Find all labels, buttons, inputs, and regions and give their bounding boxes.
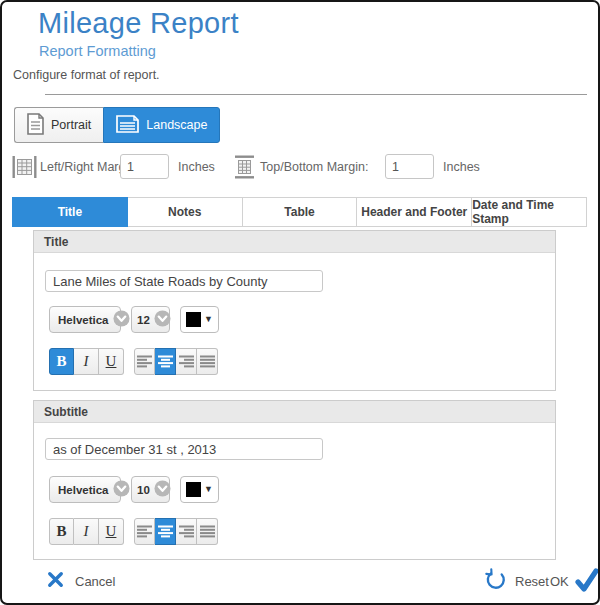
margins-row: Left/Right Margin: Inches Top/Bottom Mar… xyxy=(2,152,598,182)
title-panel-heading: Title xyxy=(34,231,555,253)
subtitle-text-input[interactable] xyxy=(45,438,323,460)
tab-title[interactable]: Title xyxy=(12,197,128,227)
subtitle-font-family-dropdown[interactable]: Helvetica xyxy=(49,476,121,503)
chevron-down-icon xyxy=(154,310,171,329)
subtitle-format-row: B I U xyxy=(49,518,218,545)
align-right-button[interactable] xyxy=(176,518,197,545)
chevron-down-icon xyxy=(113,480,130,499)
title-panel: Title Helvetica 12 ▼ B I U xyxy=(33,230,556,391)
subtitle-bold-button[interactable]: B xyxy=(49,518,74,545)
color-swatch xyxy=(186,482,201,497)
description-text: Configure format of report. xyxy=(13,68,160,82)
portrait-label: Portrait xyxy=(51,118,91,132)
tab-table[interactable]: Table xyxy=(243,197,358,227)
title-font-family-dropdown[interactable]: Helvetica xyxy=(49,306,121,333)
subtitle-underline-button[interactable]: U xyxy=(99,518,124,545)
chevron-down-icon xyxy=(113,310,130,329)
landscape-icon xyxy=(116,115,139,136)
divider xyxy=(45,94,587,95)
close-icon xyxy=(47,571,64,591)
mileage-report-dialog: Mileage Report Report Formatting Configu… xyxy=(0,0,600,605)
tab-header-and-footer[interactable]: Header and Footer xyxy=(357,197,472,227)
title-underline-button[interactable]: U xyxy=(99,348,124,375)
left-right-margin-unit: Inches xyxy=(178,160,215,174)
footer-bar: Cancel Reset OK xyxy=(2,565,598,603)
align-right-button[interactable] xyxy=(176,348,197,375)
title-font-size-dropdown[interactable]: 12 xyxy=(131,306,170,333)
title-bold-button[interactable]: B xyxy=(49,348,74,375)
subtitle-italic-button[interactable]: I xyxy=(74,518,99,545)
top-bottom-margin-icon xyxy=(234,155,255,182)
reset-button[interactable]: Reset xyxy=(484,568,549,595)
top-bottom-margin-unit: Inches xyxy=(443,160,480,174)
align-left-button[interactable] xyxy=(134,518,155,545)
ok-button[interactable]: OK xyxy=(550,568,599,595)
title-italic-button[interactable]: I xyxy=(74,348,99,375)
caret-down-icon: ▼ xyxy=(204,315,213,324)
portrait-button[interactable]: Portrait xyxy=(14,107,103,143)
title-align-group xyxy=(134,348,218,375)
align-center-button[interactable] xyxy=(155,348,176,375)
subtitle-font-size-value: 10 xyxy=(137,484,150,496)
reset-label: Reset xyxy=(515,574,549,589)
title-font-row: Helvetica 12 ▼ xyxy=(49,306,219,333)
tab-notes[interactable]: Notes xyxy=(128,197,243,227)
title-font-color-dropdown[interactable]: ▼ xyxy=(180,306,219,333)
top-bottom-margin-input[interactable] xyxy=(385,154,434,179)
subtitle-font-size-dropdown[interactable]: 10 xyxy=(131,476,170,503)
chevron-down-icon xyxy=(154,480,171,499)
align-left-button[interactable] xyxy=(134,348,155,375)
align-justify-button[interactable] xyxy=(197,348,218,375)
title-format-row: B I U xyxy=(49,348,218,375)
subtitle-font-row: Helvetica 10 ▼ xyxy=(49,476,219,503)
caret-down-icon: ▼ xyxy=(204,485,213,494)
align-justify-button[interactable] xyxy=(197,518,218,545)
portrait-icon xyxy=(27,113,44,138)
checkmark-icon xyxy=(574,568,599,595)
cancel-label: Cancel xyxy=(75,574,115,589)
color-swatch xyxy=(186,312,201,327)
page-subtitle: Report Formatting xyxy=(39,43,156,59)
left-right-margin-icon xyxy=(12,155,37,182)
page-title: Mileage Report xyxy=(38,7,239,40)
title-font-size-value: 12 xyxy=(137,314,150,326)
tab-bar: Title Notes Table Header and Footer Date… xyxy=(12,197,587,227)
subtitle-panel-heading: Subtitle xyxy=(34,401,555,423)
cancel-button[interactable]: Cancel xyxy=(47,571,115,591)
landscape-button[interactable]: Landscape xyxy=(103,107,220,143)
landscape-label: Landscape xyxy=(146,118,207,132)
orientation-group: Portrait Landscape xyxy=(14,107,220,143)
reset-icon xyxy=(484,568,507,595)
subtitle-font-color-dropdown[interactable]: ▼ xyxy=(180,476,219,503)
left-right-margin-input[interactable] xyxy=(120,154,169,179)
subtitle-panel: Subtitle Helvetica 10 ▼ B I U xyxy=(33,400,556,560)
tab-date-time-stamp[interactable]: Date and Time Stamp xyxy=(472,197,587,227)
subtitle-align-group xyxy=(134,518,218,545)
title-text-input[interactable] xyxy=(45,270,323,292)
align-center-button[interactable] xyxy=(155,518,176,545)
top-bottom-margin-label: Top/Bottom Margin: xyxy=(260,160,368,174)
ok-label: OK xyxy=(550,574,569,589)
subtitle-font-family-value: Helvetica xyxy=(58,484,109,496)
title-font-family-value: Helvetica xyxy=(58,314,109,326)
